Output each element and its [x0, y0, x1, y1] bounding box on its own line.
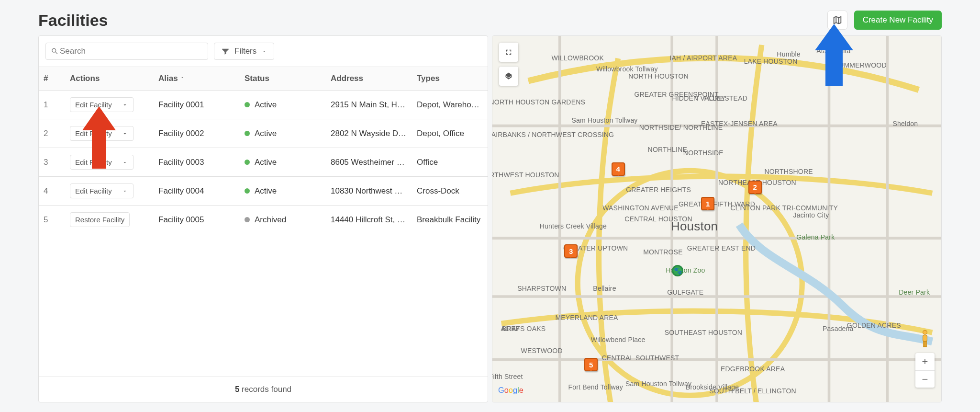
- edit-facility-button[interactable]: Edit Facility: [70, 155, 117, 170]
- edit-facility-button[interactable]: Edit Facility: [70, 97, 117, 112]
- chevron-down-icon: [122, 102, 128, 108]
- row-address: 2802 N Wayside Dr…: [326, 119, 412, 148]
- row-number: 4: [39, 177, 65, 206]
- row-status: Active: [240, 177, 326, 206]
- map-marker-2[interactable]: 2: [748, 181, 762, 194]
- row-actions-dropdown[interactable]: [117, 183, 134, 198]
- status-label: Archived: [255, 215, 286, 225]
- row-status: Active: [240, 148, 326, 177]
- search-input[interactable]: [59, 46, 203, 57]
- map-marker-4[interactable]: 4: [612, 162, 625, 176]
- table-row: 2Edit FacilityFacility 0002Active2802 N …: [39, 119, 488, 148]
- map-controls-bottom-right: + −: [915, 329, 935, 388]
- svg-text:Google: Google: [498, 386, 523, 394]
- facilities-table: # Actions Alias Status Address Types 1Ed…: [39, 67, 488, 234]
- map-icon: [832, 15, 843, 25]
- status-dot-active: [245, 188, 250, 194]
- record-count-suffix: records found: [239, 385, 291, 394]
- table-footer: 5 records found: [39, 377, 488, 402]
- status-dot-active: [245, 160, 250, 165]
- table-row: 4Edit FacilityFacility 0004Active10830 N…: [39, 177, 488, 206]
- map-marker-1[interactable]: 1: [701, 197, 714, 210]
- col-number[interactable]: #: [39, 67, 65, 91]
- map-controls-top-left: [499, 43, 518, 86]
- filters-button[interactable]: Filters: [214, 43, 274, 60]
- row-alias: Facility 0003: [154, 148, 240, 177]
- row-address: 10830 Northwest Fw…: [326, 177, 412, 206]
- col-status[interactable]: Status: [240, 67, 326, 91]
- row-types: Depot, Office: [412, 119, 488, 148]
- svg-rect-15: [925, 342, 927, 347]
- page-title: Facilities: [38, 11, 108, 30]
- row-number: 1: [39, 91, 65, 119]
- row-types: Office: [412, 148, 488, 177]
- row-actions: Restore Facility: [65, 206, 154, 234]
- sort-asc-icon: [180, 75, 185, 80]
- fullscreen-icon: [504, 48, 513, 57]
- map-toggle-button[interactable]: [827, 11, 847, 30]
- create-facility-button[interactable]: Create New Facility: [854, 11, 942, 30]
- map-marker-3[interactable]: 3: [564, 244, 578, 258]
- map-zoom-in-button[interactable]: +: [915, 353, 935, 370]
- row-actions: Edit Facility: [65, 148, 154, 177]
- row-number: 2: [39, 119, 65, 148]
- map-canvas: [492, 36, 941, 402]
- edit-facility-button[interactable]: Edit Facility: [70, 126, 117, 141]
- layers-icon: [504, 72, 513, 80]
- row-number: 3: [39, 148, 65, 177]
- google-logo: Google: [498, 385, 532, 396]
- restore-facility-button[interactable]: Restore Facility: [70, 212, 130, 227]
- col-address[interactable]: Address: [326, 67, 412, 91]
- svg-rect-14: [924, 342, 925, 347]
- search-field[interactable]: [45, 43, 208, 60]
- col-types[interactable]: Types: [412, 67, 488, 91]
- chevron-down-icon: [122, 131, 128, 137]
- table-toolbar: Filters: [39, 36, 488, 67]
- header-actions: Create New Facility: [827, 11, 942, 30]
- row-address: 8605 Westheimer R…: [326, 148, 412, 177]
- row-actions-dropdown[interactable]: [117, 155, 134, 170]
- map-layers-button[interactable]: [499, 67, 518, 86]
- row-status: Active: [240, 91, 326, 119]
- row-types: Cross-Dock: [412, 177, 488, 206]
- chevron-down-icon: [261, 48, 267, 54]
- status-dot-archived: [245, 217, 250, 222]
- status-dot-active: [245, 102, 250, 107]
- status-label: Active: [255, 158, 277, 167]
- col-alias[interactable]: Alias: [154, 67, 240, 91]
- edit-facility-button[interactable]: Edit Facility: [70, 183, 117, 198]
- row-number: 5: [39, 206, 65, 234]
- page-header: Facilities Create New Facility: [38, 5, 942, 35]
- table-row: 3Edit FacilityFacility 0003Active8605 We…: [39, 148, 488, 177]
- row-alias: Facility 0004: [154, 177, 240, 206]
- table-row: 5Restore FacilityFacility 0005Archived14…: [39, 206, 488, 234]
- map-marker-5[interactable]: 5: [584, 358, 598, 371]
- table-row: 1Edit FacilityFacility 0001Active2915 N …: [39, 91, 488, 119]
- status-label: Active: [255, 129, 277, 138]
- map-attribution: Google: [498, 385, 532, 398]
- pegman-streetview[interactable]: [918, 329, 932, 348]
- row-actions: Edit Facility: [65, 91, 154, 119]
- chevron-down-icon: [122, 188, 128, 194]
- row-actions: Edit Facility: [65, 119, 154, 148]
- row-actions-dropdown[interactable]: [117, 126, 134, 141]
- row-actions-dropdown[interactable]: [117, 97, 134, 112]
- map-fullscreen-button[interactable]: [499, 43, 518, 62]
- map-zoom-controls: + −: [915, 353, 935, 388]
- row-actions: Edit Facility: [65, 177, 154, 206]
- record-count: 5: [235, 385, 239, 394]
- filters-label: Filters: [234, 46, 256, 56]
- col-actions[interactable]: Actions: [65, 67, 154, 91]
- map-panel[interactable]: HoustonWILLOWBROOKWillowbrook TollwayNOR…: [492, 35, 942, 402]
- svg-point-12: [923, 330, 927, 334]
- row-alias: Facility 0001: [154, 91, 240, 119]
- map-zoom-out-button[interactable]: −: [915, 370, 935, 388]
- row-alias: Facility 0002: [154, 119, 240, 148]
- paw-icon: 🐾: [674, 267, 682, 275]
- search-icon: [51, 47, 59, 56]
- poi-houston-zoo[interactable]: 🐾: [672, 265, 683, 276]
- row-status: Active: [240, 119, 326, 148]
- chevron-down-icon: [122, 160, 128, 165]
- status-label: Active: [255, 186, 277, 196]
- row-types: Depot, Warehouse: [412, 91, 488, 119]
